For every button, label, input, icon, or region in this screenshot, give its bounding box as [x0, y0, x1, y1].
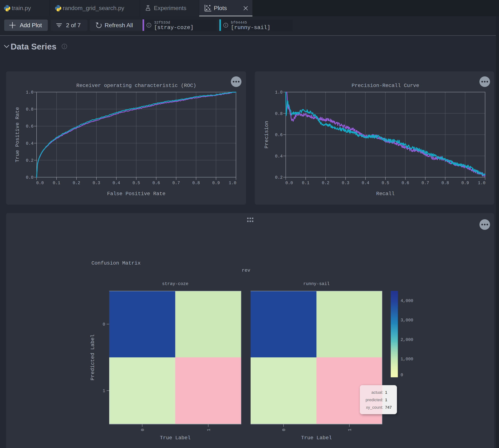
- svg-text:0.5: 0.5: [381, 181, 389, 185]
- svg-text:Precision-Recall Curve: Precision-Recall Curve: [352, 83, 419, 88]
- svg-text:0: 0: [103, 322, 105, 327]
- svg-text:Predicted Label: Predicted Label: [90, 334, 95, 380]
- svg-text:0.1: 0.1: [53, 181, 60, 185]
- svg-text:0.6: 0.6: [26, 124, 34, 129]
- svg-text:True Label: True Label: [301, 435, 332, 441]
- svg-text:4,000: 4,000: [401, 299, 413, 303]
- svg-text:0.2: 0.2: [322, 181, 329, 185]
- svg-text:0.8: 0.8: [441, 181, 449, 185]
- svg-text:0: 0: [282, 429, 286, 431]
- svg-text:0.4: 0.4: [362, 181, 369, 185]
- svg-text:1.0: 1.0: [275, 90, 283, 95]
- svg-text:0.4: 0.4: [26, 141, 34, 146]
- svg-text:stray-coze: stray-coze: [162, 281, 189, 286]
- svg-text:0.3: 0.3: [342, 181, 349, 185]
- svg-text:runny-sail: runny-sail: [303, 281, 330, 286]
- svg-text:0.6: 0.6: [152, 181, 160, 185]
- svg-text:0: 0: [401, 373, 403, 377]
- svg-text:0.9: 0.9: [212, 181, 220, 185]
- svg-text:True Label: True Label: [160, 435, 190, 441]
- svg-text:3,000: 3,000: [401, 318, 413, 323]
- svg-text:1.0: 1.0: [478, 181, 485, 185]
- svg-text:2,000: 2,000: [401, 337, 413, 342]
- svg-text:True Positive Rate: True Positive Rate: [15, 107, 20, 162]
- svg-text:0.2: 0.2: [26, 158, 34, 163]
- svg-text:0.8: 0.8: [26, 107, 34, 112]
- svg-text:0.0: 0.0: [36, 181, 44, 185]
- svg-text:Receiver operating characteris: Receiver operating characteristic (ROC): [76, 83, 196, 88]
- svg-text:0: 0: [140, 429, 145, 431]
- svg-text:0.8: 0.8: [275, 112, 283, 116]
- svg-text:1: 1: [206, 429, 211, 431]
- svg-text:0.6: 0.6: [275, 133, 283, 137]
- svg-text:rev: rev: [242, 268, 250, 273]
- svg-text:1,000: 1,000: [401, 357, 413, 362]
- svg-text:0.4: 0.4: [113, 181, 120, 185]
- svg-text:0.2: 0.2: [275, 175, 283, 180]
- svg-text:1.0: 1.0: [26, 90, 34, 95]
- svg-text:Precision: Precision: [264, 121, 269, 148]
- svg-text:0.0: 0.0: [26, 175, 34, 180]
- svg-text:Confusion Matrix: Confusion Matrix: [91, 260, 141, 266]
- svg-text:0.1: 0.1: [302, 181, 309, 185]
- svg-text:1.0: 1.0: [229, 181, 236, 185]
- svg-text:False Positive Rate: False Positive Rate: [107, 191, 165, 197]
- svg-text:Recall: Recall: [376, 191, 395, 197]
- svg-text:1: 1: [103, 389, 105, 393]
- svg-text:0.2: 0.2: [73, 181, 80, 185]
- svg-text:0.4: 0.4: [275, 154, 283, 159]
- svg-text:0.6: 0.6: [401, 181, 409, 185]
- svg-text:0.9: 0.9: [461, 181, 469, 185]
- svg-text:0.5: 0.5: [132, 181, 140, 185]
- svg-text:0.8: 0.8: [192, 181, 200, 185]
- svg-text:0.3: 0.3: [93, 181, 100, 185]
- svg-text:1: 1: [347, 429, 352, 431]
- svg-text:0.7: 0.7: [172, 181, 180, 185]
- svg-text:0.7: 0.7: [421, 181, 429, 185]
- svg-text:0.0: 0.0: [285, 181, 293, 185]
